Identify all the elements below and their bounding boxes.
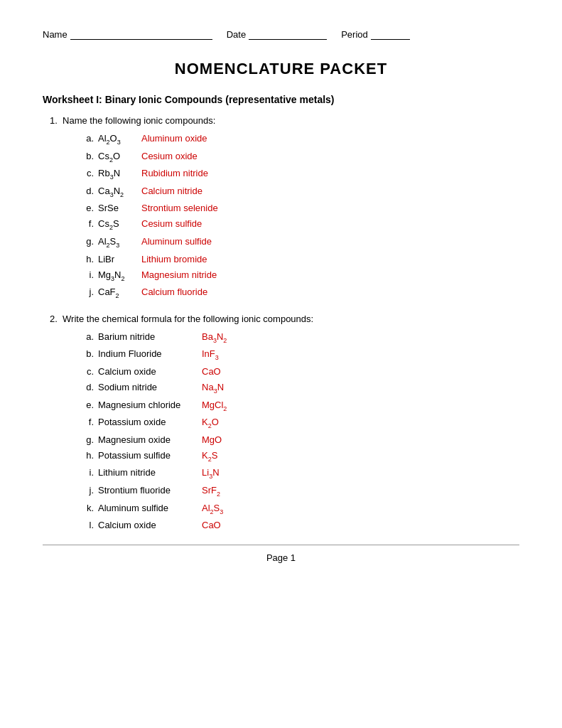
answer: Aluminum oxide xyxy=(141,133,207,144)
formula-answer: Li3N xyxy=(202,467,220,480)
question-1-items: a. Al2O3 Aluminum oxide b. Cs2O Cesium o… xyxy=(78,133,519,299)
item-label: k. xyxy=(78,503,94,513)
compound-name: Calcium oxide xyxy=(98,520,198,530)
item-label: d. xyxy=(78,382,94,392)
item-label: h. xyxy=(78,450,94,461)
question-1: 1. Name the following ionic compounds: a… xyxy=(43,115,519,299)
list-item: a. Al2O3 Aluminum oxide xyxy=(78,133,519,146)
item-label: a. xyxy=(78,133,94,144)
formula: Ca3N2 xyxy=(98,186,137,198)
list-item: j. CaF2 Calcium fluoride xyxy=(78,287,519,299)
item-label: c. xyxy=(78,366,94,377)
formula-answer: Ba3N2 xyxy=(202,331,227,344)
list-item: g. Al2S3 Aluminum sulfide xyxy=(78,236,519,249)
page-title: Nomenclature Packet xyxy=(43,60,519,78)
formula: LiBr xyxy=(98,254,137,264)
question-2: 2. Write the chemical formula for the fo… xyxy=(43,314,519,530)
formula-answer: CaO xyxy=(202,366,221,377)
answer: Lithium bromide xyxy=(141,254,207,264)
compound-name: Magnesium oxide xyxy=(98,434,198,445)
item-label: b. xyxy=(78,348,94,359)
compound-name: Lithium nitride xyxy=(98,467,198,478)
list-item: h. LiBr Lithium bromide xyxy=(78,254,519,264)
compound-name: Barium nitride xyxy=(98,331,198,342)
list-item: j. Strontium fluoride SrF2 xyxy=(78,485,519,498)
compound-name: Sodium nitride xyxy=(98,382,198,392)
list-item: d. Sodium nitride Na3N xyxy=(78,382,519,395)
list-item: l. Calcium oxide CaO xyxy=(78,520,519,530)
list-item: f. Cs2S Cesium sulfide xyxy=(78,218,519,231)
footer-divider xyxy=(43,545,519,545)
list-item: i. Mg3N2 Magnesium nitride xyxy=(78,269,519,282)
item-label: j. xyxy=(78,485,94,496)
answer: Rubidium nitride xyxy=(141,168,208,178)
formula: CaF2 xyxy=(98,287,137,299)
formula: Cs2S xyxy=(98,218,137,231)
period-label: Period xyxy=(341,29,368,40)
item-label: c. xyxy=(78,168,94,178)
formula-answer: Na3N xyxy=(202,382,224,395)
item-label: e. xyxy=(78,203,94,213)
answer: Cesium oxide xyxy=(141,151,198,161)
formula-answer: InF3 xyxy=(202,348,219,361)
item-label: g. xyxy=(78,236,94,247)
date-label: Date xyxy=(227,29,246,40)
item-label: a. xyxy=(78,331,94,342)
list-item: b. Indium Fluoride InF3 xyxy=(78,348,519,361)
formula: SrSe xyxy=(98,203,137,213)
list-item: e. SrSe Strontium selenide xyxy=(78,203,519,213)
item-label: g. xyxy=(78,434,94,445)
list-item: d. Ca3N2 Calcium nitride xyxy=(78,186,519,198)
page-footer: Page 1 xyxy=(43,552,519,563)
question-2-items: a. Barium nitride Ba3N2 b. Indium Fluori… xyxy=(78,331,519,530)
formula-answer: K2O xyxy=(202,417,219,429)
answer: Magnesium nitride xyxy=(141,269,217,280)
list-item: k. Aluminum sulfide Al2S3 xyxy=(78,503,519,515)
compound-name: Calcium oxide xyxy=(98,366,198,377)
list-item: e. Magnesium chloride MgCl2 xyxy=(78,400,519,412)
list-item: c. Calcium oxide CaO xyxy=(78,366,519,377)
answer: Strontium selenide xyxy=(141,203,218,213)
formula: Mg3N2 xyxy=(98,269,137,282)
answer: Aluminum sulfide xyxy=(141,236,212,247)
item-label: j. xyxy=(78,287,94,297)
compound-name: Aluminum sulfide xyxy=(98,503,198,513)
list-item: f. Potassium oxide K2O xyxy=(78,417,519,429)
list-item: b. Cs2O Cesium oxide xyxy=(78,151,519,164)
formula: Al2S3 xyxy=(98,236,137,249)
formula: Cs2O xyxy=(98,151,137,164)
item-label: b. xyxy=(78,151,94,161)
item-label: f. xyxy=(78,218,94,229)
item-label: i. xyxy=(78,467,94,478)
question-2-text: 2. Write the chemical formula for the fo… xyxy=(50,314,519,324)
formula-answer: MgCl2 xyxy=(202,400,227,412)
item-label: f. xyxy=(78,417,94,427)
compound-name: Indium Fluoride xyxy=(98,348,198,359)
list-item: c. Rb3N Rubidium nitride xyxy=(78,168,519,181)
compound-name: Potassium sulfide xyxy=(98,450,198,461)
list-item: i. Lithium nitride Li3N xyxy=(78,467,519,480)
worksheet1-title: Worksheet I: Binary Ionic Compounds (rep… xyxy=(43,94,519,105)
answer: Calcium nitride xyxy=(141,186,202,196)
formula-answer: CaO xyxy=(202,520,221,530)
formula: Al2O3 xyxy=(98,133,137,146)
formula-answer: Al2S3 xyxy=(202,503,223,515)
header-fields: Name Date Period xyxy=(43,28,519,40)
item-label: d. xyxy=(78,186,94,196)
compound-name: Strontium fluoride xyxy=(98,485,198,496)
compound-name: Magnesium chloride xyxy=(98,400,198,410)
formula-answer: MgO xyxy=(202,434,222,445)
list-item: h. Potassium sulfide K2S xyxy=(78,450,519,463)
compound-name: Potassium oxide xyxy=(98,417,198,427)
question-1-text: 1. Name the following ionic compounds: xyxy=(50,115,519,126)
formula-answer: K2S xyxy=(202,450,217,463)
item-label: i. xyxy=(78,269,94,280)
answer: Cesium sulfide xyxy=(141,218,202,229)
list-item: a. Barium nitride Ba3N2 xyxy=(78,331,519,344)
list-item: g. Magnesium oxide MgO xyxy=(78,434,519,445)
item-label: e. xyxy=(78,400,94,410)
name-label: Name xyxy=(43,29,67,40)
item-label: h. xyxy=(78,254,94,264)
formula: Rb3N xyxy=(98,168,137,181)
formula-answer: SrF2 xyxy=(202,485,220,498)
